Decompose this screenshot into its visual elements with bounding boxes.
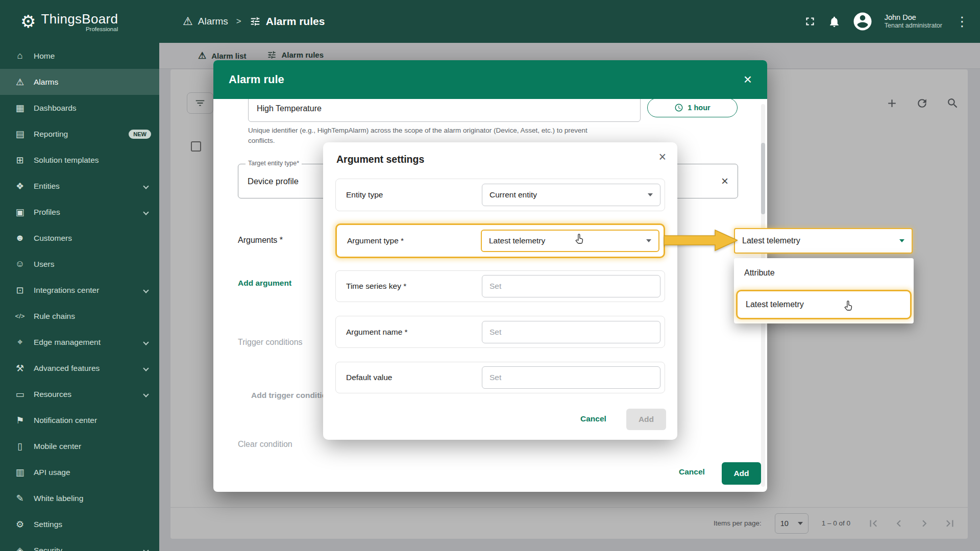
- argument-type-option-attribute[interactable]: Attribute: [734, 258, 914, 288]
- sidebar-item-reporting[interactable]: ▤ReportingNEW: [0, 121, 159, 147]
- entity-type-select[interactable]: Current entity: [482, 184, 660, 206]
- chevron-down-icon: [143, 183, 149, 189]
- argument-type-value: Latest telemetry: [489, 236, 545, 245]
- sidebar-item-mobile-center[interactable]: ▯Mobile center: [0, 433, 159, 459]
- sidebar-item-profiles[interactable]: ▣Profiles: [0, 199, 159, 225]
- dialog-title: Alarm rule: [229, 73, 284, 86]
- add-button-disabled[interactable]: Add: [626, 409, 666, 430]
- user-menu-button[interactable]: [852, 11, 873, 32]
- resources-icon: ▭: [13, 389, 27, 400]
- clear-icon[interactable]: ×: [721, 175, 728, 187]
- tune-icon: [250, 16, 261, 27]
- dialog-scrollbar-thumb[interactable]: [761, 143, 765, 214]
- sidebar-item-label: Dashboards: [34, 104, 77, 113]
- breadcrumb-alarms[interactable]: Alarms: [198, 16, 228, 27]
- notifications-button[interactable]: [828, 15, 841, 28]
- fullscreen-icon: [803, 15, 817, 28]
- sidebar-item-integrations-center[interactable]: ⊡Integrations center: [0, 277, 159, 303]
- sidebar-item-label: Reporting: [34, 130, 68, 139]
- dashboards-icon: ▦: [13, 103, 27, 114]
- sidebar-item-label: API usage: [34, 468, 70, 477]
- sidebar-item-advanced-features[interactable]: ⚒Advanced features: [0, 355, 159, 381]
- alarm-icon: ⚠: [13, 77, 27, 88]
- entity-type-row: Entity type Current entity: [335, 179, 665, 211]
- add-button[interactable]: Add: [722, 462, 761, 485]
- default-value-row: Default value: [335, 362, 665, 393]
- sidebar-item-notification-center[interactable]: ⚑Notification center: [0, 407, 159, 433]
- sidebar-item-resources[interactable]: ▭Resources: [0, 381, 159, 407]
- argument-type-option-latest-telemetry[interactable]: Latest telemetry: [736, 290, 912, 319]
- sidebar-item-security[interactable]: ◈Security: [0, 537, 159, 551]
- warning-icon: ⚠: [183, 15, 193, 28]
- sidebar-item-label: Security: [34, 546, 62, 551]
- sidebar-item-white-labeling[interactable]: ✎White labeling: [0, 485, 159, 511]
- thingsboard-logo[interactable]: ⚙ ThingsBoard Professional: [0, 11, 159, 32]
- home-icon: ⌂: [13, 51, 27, 61]
- close-icon[interactable]: ×: [658, 151, 666, 163]
- brand-name: ThingsBoard: [41, 11, 118, 27]
- argument-type-dropdown-trigger[interactable]: Latest telemetry: [734, 228, 913, 254]
- schedule-button[interactable]: 1 hour: [647, 99, 738, 117]
- profiles-icon: ▣: [13, 207, 27, 218]
- sidebar-item-users[interactable]: ☺Users: [0, 251, 159, 277]
- sidebar-item-api-usage[interactable]: ▥API usage: [0, 459, 159, 485]
- api-usage-icon: ▥: [13, 467, 27, 478]
- sidebar-item-alarms[interactable]: ⚠Alarms: [0, 69, 159, 95]
- default-value-input[interactable]: [482, 366, 660, 389]
- notification-center-icon: ⚑: [13, 415, 27, 426]
- mobile-center-icon: ▯: [13, 441, 27, 452]
- selection-arrow: [664, 229, 738, 252]
- dialog-title: Argument settings: [336, 154, 424, 165]
- sidebar-item-solution-templates[interactable]: ⊞Solution templates: [0, 147, 159, 173]
- sidebar-item-label: Notification center: [34, 416, 97, 425]
- new-badge: NEW: [129, 130, 151, 139]
- sidebar-item-customers[interactable]: ☻Customers: [0, 225, 159, 251]
- sidebar-item-label: Edge management: [34, 338, 101, 347]
- sidebar-item-label: Home: [34, 52, 55, 61]
- add-trigger-condition-button[interactable]: Add trigger condition: [251, 391, 332, 400]
- argument-type-dropdown-panel: Attribute Latest telemetry: [734, 258, 914, 323]
- breadcrumb-separator: >: [236, 16, 241, 27]
- cancel-button[interactable]: Cancel: [577, 414, 609, 424]
- alarm-type-input[interactable]: [248, 99, 641, 122]
- notifications-bell-icon: [828, 15, 841, 28]
- close-icon[interactable]: ×: [744, 72, 752, 87]
- argument-type-label: Argument type *: [347, 236, 404, 245]
- sidebar-item-rule-chains[interactable]: </>Rule chains: [0, 303, 159, 329]
- schedule-label: 1 hour: [688, 104, 710, 112]
- add-argument-button[interactable]: Add argument: [238, 279, 291, 288]
- sidebar-item-entities[interactable]: ❖Entities: [0, 173, 159, 199]
- sidebar-item-label: Alarms: [34, 78, 58, 87]
- chevron-down-icon: [646, 239, 651, 242]
- time-series-key-label: Time series key *: [346, 282, 406, 291]
- breadcrumb-alarm-rules: Alarm rules: [266, 15, 325, 28]
- sidebar-item-label: Users: [34, 260, 54, 269]
- thingsboard-logo-icon: ⚙: [20, 13, 36, 30]
- sidebar-item-label: Entities: [34, 182, 60, 191]
- cancel-button[interactable]: Cancel: [679, 467, 705, 477]
- header-actions: John Doe Tenant administrator ⋮: [803, 11, 980, 32]
- sidebar-item-settings[interactable]: ⚙Settings: [0, 511, 159, 537]
- sidebar-item-edge-management[interactable]: ⌖Edge management: [0, 329, 159, 355]
- sidebar-item-label: Customers: [34, 234, 72, 243]
- users-icon: ☺: [13, 259, 27, 269]
- sidebar-item-dashboards[interactable]: ▦Dashboards: [0, 95, 159, 121]
- sidebar-item-label: Solution templates: [34, 156, 99, 165]
- chevron-down-icon: [143, 365, 149, 371]
- chevron-down-icon: [648, 193, 653, 196]
- sidebar-item-home[interactable]: ⌂Home: [0, 43, 159, 69]
- kebab-menu-icon[interactable]: ⋮: [953, 14, 971, 30]
- fullscreen-button[interactable]: [803, 15, 817, 28]
- brand-subtitle: Professional: [86, 26, 118, 32]
- argument-type-select[interactable]: Latest telemetry: [481, 230, 659, 252]
- default-value-label: Default value: [346, 373, 392, 382]
- sidebar-item-label: White labeling: [34, 494, 83, 503]
- clear-condition-section-label: Clear condition: [238, 440, 292, 449]
- cursor-hand-icon: [842, 299, 855, 312]
- chevron-down-icon: [143, 339, 149, 345]
- argument-type-row: Argument type * Latest telemetry: [335, 223, 665, 258]
- argument-name-input[interactable]: [482, 321, 660, 343]
- time-series-key-input[interactable]: [482, 275, 660, 297]
- security-shield-icon: ◈: [13, 545, 27, 551]
- sidebar-item-label: Resources: [34, 390, 71, 399]
